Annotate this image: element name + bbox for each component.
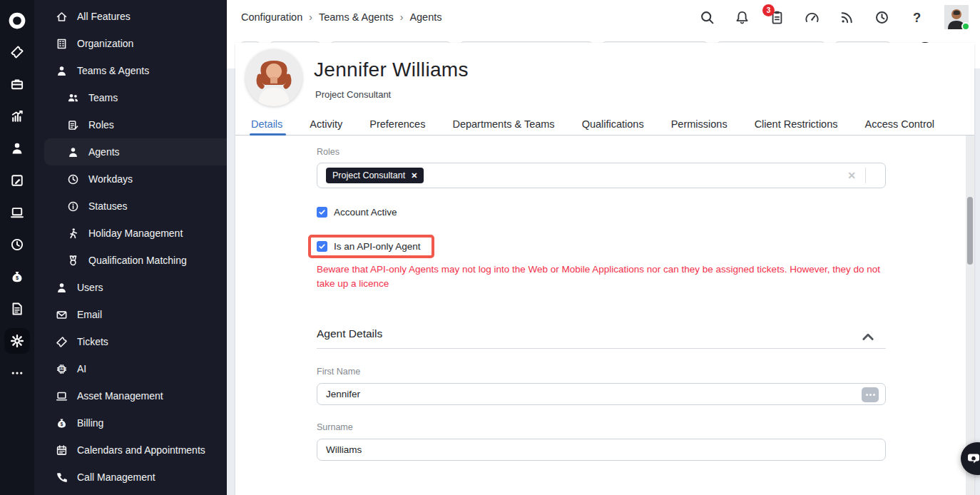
- sidebar-item-email[interactable]: Email: [34, 301, 227, 328]
- agent-role-subtitle: Project Consultant: [315, 89, 391, 100]
- rail-billing-icon[interactable]: $: [10, 260, 24, 292]
- envelope-icon: [56, 309, 68, 321]
- online-status-dot: [961, 22, 970, 31]
- walking-icon: [67, 228, 79, 240]
- first-name-input[interactable]: Jennifer: [317, 383, 886, 405]
- dashboard-gauge-icon[interactable]: [805, 10, 820, 25]
- laptop-icon: [56, 390, 68, 402]
- rail-services-icon[interactable]: [10, 68, 24, 100]
- rail-assets-icon[interactable]: [10, 196, 24, 228]
- sidebar-item-tickets[interactable]: Tickets: [34, 328, 227, 355]
- sidebar-item-roles[interactable]: Roles: [34, 111, 227, 138]
- config-sidebar: All Features Organization Teams & Agents…: [34, 0, 227, 495]
- clear-roles-icon[interactable]: ✕: [838, 170, 865, 181]
- person-icon: [56, 65, 68, 77]
- rail-configuration-icon[interactable]: [4, 328, 30, 354]
- tab-departments-teams[interactable]: Departments & Teams: [439, 113, 568, 135]
- medal-icon: [67, 255, 79, 267]
- rail-users-icon[interactable]: [10, 132, 24, 164]
- breadcrumb-teams-agents[interactable]: Teams & Agents: [319, 11, 394, 23]
- recent-clock-icon[interactable]: [874, 10, 889, 25]
- vertical-scrollbar-track[interactable]: [966, 136, 974, 495]
- api-only-warning-text: Beware that API-only Agents may not log …: [317, 262, 884, 290]
- breadcrumb-separator: [400, 11, 404, 23]
- info-icon: [67, 200, 79, 213]
- notification-badge: 3: [762, 4, 775, 16]
- main-area: Configuration Teams & Agents Agents 3 ? …: [227, 0, 980, 495]
- tab-permissions[interactable]: Permissions: [658, 113, 741, 135]
- rail-editor-icon[interactable]: [10, 164, 24, 196]
- sidebar-item-call-management[interactable]: Call Management: [34, 464, 227, 491]
- sidebar-item-workdays[interactable]: Workdays: [34, 165, 227, 193]
- rail-time-icon[interactable]: [10, 228, 24, 260]
- breadcrumb-agents[interactable]: Agents: [409, 11, 441, 23]
- sidebar-item-teams[interactable]: Teams: [34, 84, 227, 111]
- phone-icon: [56, 471, 68, 484]
- agent-name: Jennifer Williams: [314, 58, 469, 81]
- tab-client-restrictions[interactable]: Client Restrictions: [741, 113, 852, 135]
- rail-tickets-icon[interactable]: [10, 36, 24, 68]
- first-name-label: First Name: [317, 367, 360, 377]
- sidebar-item-all-features[interactable]: All Features: [34, 3, 227, 30]
- sidebar-item-asset-management[interactable]: Asset Management: [34, 382, 227, 409]
- role-tag: Project Consultant✕: [326, 168, 424, 183]
- icon-rail: $: [0, 0, 34, 495]
- agent-details-section-title: Agent Details: [317, 327, 382, 340]
- tab-preferences[interactable]: Preferences: [356, 113, 439, 135]
- sidebar-item-qualification-matching[interactable]: Qualification Matching: [34, 247, 227, 274]
- search-icon[interactable]: [700, 10, 715, 25]
- api-only-checkbox[interactable]: [317, 241, 327, 252]
- agent-icon: [67, 146, 79, 158]
- profile-avatar: [245, 49, 302, 106]
- building-icon: [56, 38, 68, 50]
- help-question-icon[interactable]: ?: [909, 10, 924, 25]
- user-icon: [56, 282, 68, 294]
- clock-icon: [67, 173, 79, 185]
- approvals-clipboard-icon[interactable]: 3: [770, 10, 785, 25]
- tab-activity[interactable]: Activity: [296, 113, 356, 135]
- tab-qualifications[interactable]: Qualifications: [568, 113, 658, 135]
- sidebar-item-users[interactable]: Users: [34, 274, 227, 301]
- detail-tabs: Details Activity Preferences Departments…: [235, 113, 974, 136]
- sidebar-item-billing[interactable]: $Billing: [34, 409, 227, 437]
- home-icon: [56, 11, 68, 23]
- tab-details[interactable]: Details: [245, 113, 296, 135]
- breadcrumb-separator: [309, 11, 312, 23]
- account-active-label: Account Active: [334, 207, 397, 218]
- svg-text:$: $: [61, 422, 63, 427]
- collapse-section-chevron-up-icon[interactable]: [860, 329, 876, 345]
- user-avatar[interactable]: [944, 5, 969, 29]
- feed-rss-icon[interactable]: [839, 10, 854, 25]
- roles-select[interactable]: Project Consultant✕ ✕: [317, 163, 886, 188]
- remove-role-icon[interactable]: ✕: [411, 171, 417, 180]
- tab-access-control[interactable]: Access Control: [851, 113, 948, 135]
- rail-more-icon[interactable]: [10, 357, 24, 389]
- surname-input[interactable]: Williams: [317, 439, 886, 461]
- sidebar-item-statuses[interactable]: Statuses: [34, 193, 227, 220]
- sidebar-item-ai[interactable]: AIAI: [34, 355, 227, 382]
- sidebar-item-organization[interactable]: Organization: [34, 30, 227, 57]
- account-active-checkbox[interactable]: [317, 207, 327, 218]
- top-bar: Configuration Teams & Agents Agents 3 ?: [227, 0, 980, 34]
- rail-documents-icon[interactable]: [10, 292, 24, 325]
- sidebar-item-agents[interactable]: Agents: [44, 138, 227, 165]
- app-logo-icon[interactable]: [8, 6, 26, 36]
- breadcrumb: Configuration Teams & Agents Agents: [241, 11, 442, 23]
- details-tab-content: Roles Project Consultant✕ ✕ Account Acti…: [235, 136, 974, 495]
- svg-text:?: ?: [913, 10, 921, 25]
- sidebar-item-teams-agents[interactable]: Teams & Agents: [34, 57, 227, 84]
- rail-reports-icon[interactable]: [10, 100, 24, 132]
- sidebar-item-calendars[interactable]: Calendars and Appointments: [34, 437, 227, 464]
- section-divider: [317, 348, 886, 349]
- sidebar-item-holiday-management[interactable]: Holiday Management: [34, 220, 227, 247]
- chevron-down-icon[interactable]: [866, 170, 877, 181]
- first-name-value: Jennifer: [326, 389, 360, 399]
- roles-label: Roles: [317, 147, 340, 157]
- vertical-scrollbar-thumb[interactable]: [967, 197, 973, 265]
- surname-label: Surname: [317, 422, 353, 432]
- breadcrumb-configuration[interactable]: Configuration: [241, 11, 302, 23]
- translate-ellipsis-icon[interactable]: [862, 387, 879, 402]
- agent-detail-card: Jennifer Williams Project Consultant Det…: [235, 43, 974, 495]
- notifications-bell-icon[interactable]: [735, 10, 750, 25]
- people-icon: [67, 92, 79, 104]
